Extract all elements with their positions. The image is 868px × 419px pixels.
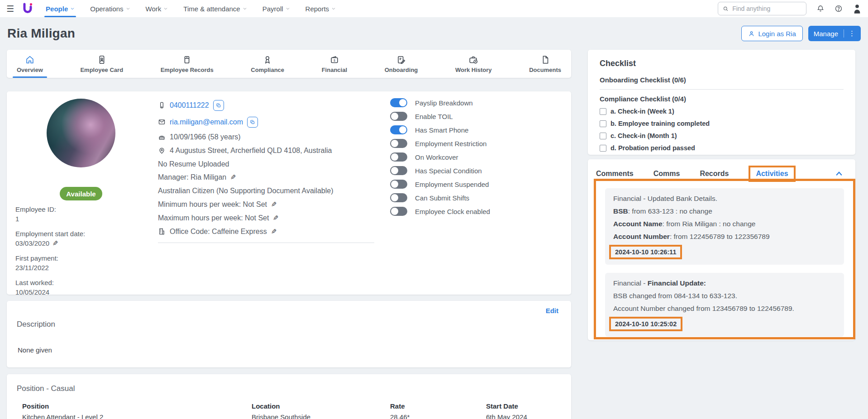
toggle-switch[interactable] — [390, 152, 407, 162]
nav-item-payroll[interactable]: Payroll — [262, 0, 290, 17]
toggle-switch[interactable] — [390, 193, 407, 202]
tab-compliance[interactable]: Compliance — [248, 50, 287, 78]
tab-overview[interactable]: Overview — [14, 50, 46, 78]
chevron-up-icon[interactable] — [835, 170, 844, 177]
toggle-switch[interactable] — [390, 98, 407, 107]
employment-summary: Employee ID: 1 Employment start date: 03… — [15, 205, 85, 297]
entry-title-bold: Financial Update: — [648, 279, 706, 287]
compliance-checklist-label[interactable]: Compliance Checklist (0/4) — [600, 95, 844, 103]
checkbox[interactable] — [600, 133, 606, 139]
manage-button[interactable]: Manage ⋮ — [808, 26, 861, 41]
copy-icon[interactable] — [247, 117, 258, 128]
checklist-item: b. Employee training completed — [600, 120, 844, 127]
toggle-row: Employment Restriction — [390, 137, 490, 150]
employee-toggles: Payslip Breakdown Enable TOIL Has Smart … — [390, 96, 490, 218]
edit-link[interactable]: Edit — [546, 307, 558, 314]
email-link[interactable]: ria.miligan@email.com — [170, 118, 243, 126]
login-as-label: Login as Ria — [758, 30, 796, 38]
tab-comms[interactable]: Comms — [653, 170, 680, 178]
user-avatar[interactable] — [853, 4, 862, 14]
toggle-switch[interactable] — [390, 139, 407, 148]
edit-icon[interactable]: ✎ — [273, 214, 279, 221]
foundu-logo[interactable] — [22, 3, 33, 14]
citizenship-row: Australian Citizen (No Supporting Docume… — [158, 184, 389, 198]
employee-tab-bar: Overview Employee Card Employee Records … — [7, 50, 571, 78]
toggle-switch[interactable] — [390, 125, 407, 134]
help-icon[interactable] — [835, 5, 843, 13]
edit-icon[interactable]: ✎ — [52, 240, 58, 247]
activity-panel: Comments Comms Records Activities Financ… — [588, 159, 855, 340]
checklist-card: Checklist Onboarding Checklist (0/6) Com… — [588, 50, 855, 155]
building-icon — [158, 228, 166, 235]
tab-label: Work History — [455, 67, 492, 73]
chevron-down-icon — [243, 6, 247, 11]
toggle-row: Has Smart Phone — [390, 123, 490, 137]
entry-line-text: : from 122456789 to 122356789 — [670, 233, 770, 240]
tab-onboarding[interactable]: Onboarding — [382, 50, 421, 78]
chevron-down-icon — [163, 6, 168, 11]
toggle-label: Can Submit Shifts — [415, 194, 469, 202]
toggle-label: Has Special Condition — [415, 167, 482, 175]
column-header: Location — [252, 402, 390, 410]
tab-records[interactable]: Records — [700, 170, 729, 178]
edit-icon[interactable]: ✎ — [271, 228, 277, 235]
activity-entry: Financial - Updated Bank Details. BSB: f… — [605, 188, 844, 265]
nav-label: Operations — [90, 5, 123, 13]
nav-item-reports[interactable]: Reports — [305, 0, 336, 17]
tab-label: Compliance — [251, 67, 284, 73]
location-pin-icon — [158, 147, 166, 154]
checkbox[interactable] — [600, 120, 606, 127]
tab-label: Onboarding — [385, 67, 418, 73]
birthday-row: 10/09/1966 (58 years) — [158, 130, 389, 143]
home-icon — [25, 55, 35, 65]
notifications-icon[interactable] — [816, 5, 825, 13]
toggle-row: Payslip Breakdown — [390, 96, 490, 110]
position-heading: Position - Casual — [17, 384, 75, 393]
status-badge: Available — [60, 187, 102, 200]
checkbox[interactable] — [600, 145, 606, 152]
nav-item-people[interactable]: People — [46, 0, 75, 17]
checklist-item-label: a. Check-in (Week 1) — [610, 108, 674, 115]
chevron-down-icon — [286, 6, 290, 11]
phone-link[interactable]: 0400111222 — [170, 101, 209, 110]
chevron-down-icon — [331, 6, 336, 11]
edit-icon[interactable]: ✎ — [271, 201, 277, 208]
tab-employee-card[interactable]: Employee Card — [77, 50, 126, 78]
tab-financial[interactable]: $ Financial — [319, 50, 350, 78]
office-code-row: Office Code: Caffeine Express ✎ — [158, 225, 389, 238]
search-input[interactable] — [732, 5, 801, 12]
profile-overview-card: Available Employee ID: 1 Employment star… — [7, 91, 571, 295]
description-heading: Description — [17, 320, 55, 329]
toggle-switch[interactable] — [390, 180, 407, 189]
checklist-item-label: d. Probation period passed — [610, 144, 695, 152]
tab-label: Financial — [322, 67, 347, 73]
nav-item-work[interactable]: Work — [146, 0, 168, 17]
tab-employee-records[interactable]: Employee Records — [158, 50, 216, 78]
location-value: Brisbane Southside — [252, 413, 390, 419]
onboarding-checklist-label[interactable]: Onboarding Checklist (0/6) — [600, 76, 844, 84]
briefcase-clock-icon — [468, 55, 478, 65]
toggle-row: Employee Clock enabled — [390, 205, 490, 218]
address-row: 4 Augustus Street, Archerfield QLD 4108,… — [158, 143, 389, 157]
nav-item-time-attendance[interactable]: Time & attendance — [183, 0, 247, 17]
checkbox[interactable] — [600, 108, 606, 115]
birthday-value: 10/09/1966 (58 years) — [170, 133, 241, 141]
login-as-button[interactable]: Login as Ria — [741, 26, 802, 41]
toggle-switch[interactable] — [390, 166, 407, 175]
menu-icon[interactable]: ☰ — [6, 4, 14, 14]
mail-icon — [158, 118, 166, 126]
kebab-menu-icon[interactable]: ⋮ — [849, 29, 855, 38]
tab-documents[interactable]: Documents — [526, 50, 564, 78]
edit-icon[interactable]: ✎ — [230, 174, 236, 181]
first-payment-value: 23/11/2022 — [15, 263, 49, 272]
toggle-row: Enable TOIL — [390, 110, 490, 123]
nav-item-operations[interactable]: Operations — [90, 0, 130, 17]
tab-label: Employee Card — [80, 67, 123, 73]
tab-comments[interactable]: Comments — [596, 170, 634, 178]
column-header: Rate — [390, 402, 486, 410]
toggle-switch[interactable] — [390, 112, 407, 121]
copy-icon[interactable] — [213, 100, 224, 111]
checklist-item-label: c. Check-in (Month 1) — [610, 132, 677, 139]
tab-work-history[interactable]: Work History — [453, 50, 495, 78]
toggle-switch[interactable] — [390, 207, 407, 216]
